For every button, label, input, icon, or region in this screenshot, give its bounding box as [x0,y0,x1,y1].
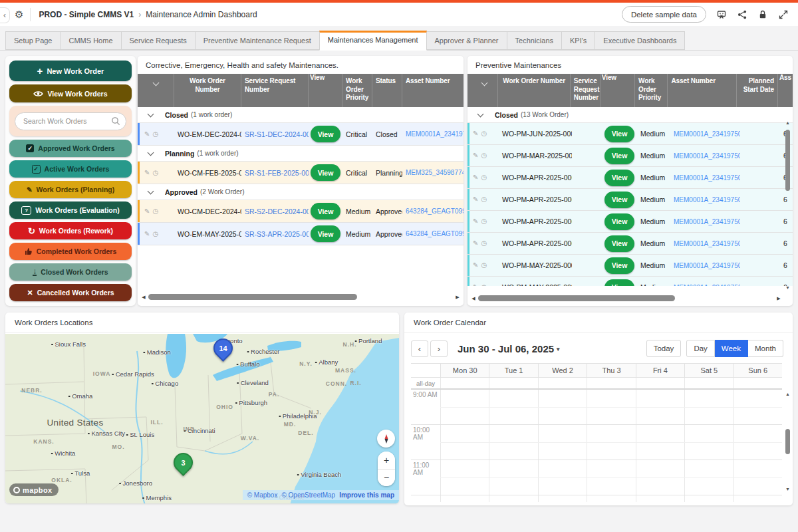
calendar-cell[interactable] [538,495,587,502]
calendar-next-button[interactable]: › [430,340,448,357]
view-work-orders-button[interactable]: View Work Orders [9,84,132,102]
tab-cmms-home[interactable]: CMMS Home [61,31,121,50]
col-view[interactable]: View [600,74,635,107]
view-button[interactable]: View [604,148,635,164]
view-button[interactable]: View [604,192,635,208]
tab-executive-dashboards[interactable]: Executive Dashboards [595,31,685,50]
search-work-orders-input[interactable] [15,112,126,130]
mapbox-attribution-link[interactable]: © Mapbox [247,491,278,499]
calendar-cell[interactable] [636,378,684,388]
calendar-cell[interactable] [538,378,587,388]
tab-technicians[interactable]: Technicians [507,31,561,50]
asset-link[interactable]: 643284_GEAGT09915 [402,200,464,222]
service-request-link[interactable]: SR-S1-FEB-2025-0001 [241,162,309,184]
tab-maintenances-management[interactable]: Maintenances Management [319,31,427,51]
improve-map-link[interactable]: Improve this map [339,491,394,499]
scrollbar-thumb[interactable] [785,130,790,191]
service-request-link[interactable]: SR-S3-APR-2025-0001 [241,223,309,245]
edit-icon[interactable]: ✎ [473,174,478,181]
scroll-down-arrow[interactable]: ▼ [785,285,790,291]
history-icon[interactable]: ◷ [481,130,487,137]
map-canvas[interactable]: United States Sioux Falls Madison Cedar … [5,334,399,503]
asset-link[interactable]: MEM0001A_2341975009 [670,233,740,254]
calendar-cell[interactable] [733,378,782,388]
edit-icon[interactable]: ✎ [144,208,150,215]
presentation-icon[interactable] [716,9,727,20]
tab-service-requests[interactable]: Service Requests [121,31,195,50]
edit-icon[interactable]: ✎ [473,284,478,286]
history-icon[interactable]: ◷ [481,196,487,203]
calendar-cell[interactable] [636,495,684,502]
view-button[interactable]: View [604,257,635,274]
col-service-request-number[interactable]: Service Request Number [241,74,309,107]
calendar-day-view-button[interactable]: Day [686,340,714,357]
collapse-panel-button[interactable]: ‹ [0,7,10,23]
asset-link[interactable]: MEM0001A_2341975009 [670,189,740,210]
calendar-cell[interactable] [440,495,489,502]
day-header[interactable]: Thu 3 [587,364,635,377]
edit-icon[interactable]: ✎ [473,240,478,247]
group-row-closed[interactable]: Closed (1 work order) [138,107,464,123]
history-icon[interactable]: ◷ [152,170,158,176]
view-button[interactable]: View [604,213,635,230]
scroll-left-arrow[interactable]: ◀ [470,296,477,301]
active-work-orders-button[interactable]: ✓Active Work Orders [9,160,132,178]
col-work-order-priority[interactable]: Work Order Priority [635,74,668,107]
new-work-order-button[interactable]: +New Work Order [9,61,132,81]
history-icon[interactable]: ◷ [481,284,487,286]
table-row[interactable]: ✎◷ WO-PM-APR-2025-0003 View Medium MEM00… [467,211,793,233]
closed-work-orders-button[interactable]: ↓Closed Work Orders [9,263,132,281]
view-button[interactable]: View [604,170,635,186]
history-icon[interactable]: ◷ [481,218,487,225]
asset-link[interactable]: MEM0001A_2341975009 [670,123,740,144]
table-row[interactable]: ✎◷ WO-PM-APR-2025-0004 View Medium MEM00… [467,233,793,255]
edit-icon[interactable]: ✎ [473,196,478,203]
table-row[interactable]: ✎◷ WO-EM-DEC-2024-0001 SR-S1-DEC-2024-00… [138,123,464,146]
breadcrumb-app[interactable]: PROD - Simple CMMS V1 [39,10,134,19]
table-row[interactable]: ✎◷ WO-PM-MAR-2025-0002 View Medium MEM00… [467,145,793,167]
scroll-up-arrow[interactable]: ▲ [785,391,790,397]
asset-link[interactable]: MEM0001A_2341975009 [670,255,740,276]
compass-control[interactable] [377,430,395,448]
tab-approver-planner[interactable]: Approver & Planner [427,31,507,50]
calendar-cell[interactable] [489,378,537,388]
asset-link[interactable]: MEM0001A_2341975009 [670,211,740,232]
edit-icon[interactable]: ✎ [473,262,478,269]
table-row[interactable]: ✎◷ WO-PM-JUN-2025-0001 View Medium MEM00… [467,123,793,145]
calendar-cell[interactable] [684,378,733,388]
asset-link[interactable]: 643284_GEAGT09915 [402,223,464,245]
history-icon[interactable]: ◷ [152,208,158,215]
delete-sample-data-button[interactable]: Delete sample data [622,6,706,23]
history-icon[interactable]: ◷ [481,262,487,269]
group-row-approved[interactable]: Approved(2 Work Order) [138,184,464,200]
scroll-left-arrow[interactable]: ◀ [140,295,147,300]
col-asset-number[interactable]: Asset Number [668,74,736,107]
asset-link[interactable]: MEM0001A_2341975009 [402,123,464,145]
asset-link[interactable]: MEM325_34598774 [402,162,464,184]
table-row[interactable]: ✎◷ WO-PM-APR-2025-0002 View Medium MEM00… [467,189,793,211]
work-orders-evaluation-button[interactable]: ?Work Orders (Evaluation) [9,201,132,219]
calendar-cell[interactable] [587,495,635,502]
col-asset-cut[interactable]: Ass [778,74,793,107]
calendar-cell[interactable] [489,495,537,502]
header-collapse-all[interactable] [138,74,174,107]
tab-preventive-maintenance-request[interactable]: Preventive Maintenance Request [195,31,319,50]
table-row[interactable]: ✎◷ WO-PM-MAY-2025-0002 View Medium MEM00… [467,255,793,277]
table-row[interactable]: ✎◷ WO-PM-APR-2025-0001 View Medium MEM00… [467,167,793,189]
edit-icon[interactable]: ✎ [144,170,150,176]
edit-icon[interactable]: ✎ [473,218,478,225]
calendar-range-selector[interactable]: Jun 30 - Jul 06, 2025▾ [458,343,560,354]
share-icon[interactable] [737,9,747,20]
fullscreen-icon[interactable] [778,9,789,20]
calendar-week-view-button[interactable]: Week [715,340,748,357]
horizontal-scrollbar[interactable]: ◀ ▶ [470,295,782,302]
group-row-closed[interactable]: Closed (13 Work Order) [467,107,793,123]
asset-link[interactable]: MEM0001A_2341975009 [670,145,740,166]
group-row-planning[interactable]: Planning(1 work order) [138,146,464,162]
day-header[interactable]: Mon 30 [440,364,489,377]
calendar-cell[interactable] [587,378,635,388]
cancelled-work-orders-button[interactable]: ✕Cancelled Work Orders [9,284,132,301]
view-button[interactable]: View [604,235,635,252]
asset-link[interactable]: MEM0001A_2341975009 [670,277,740,286]
zoom-out-button[interactable]: − [378,469,395,487]
